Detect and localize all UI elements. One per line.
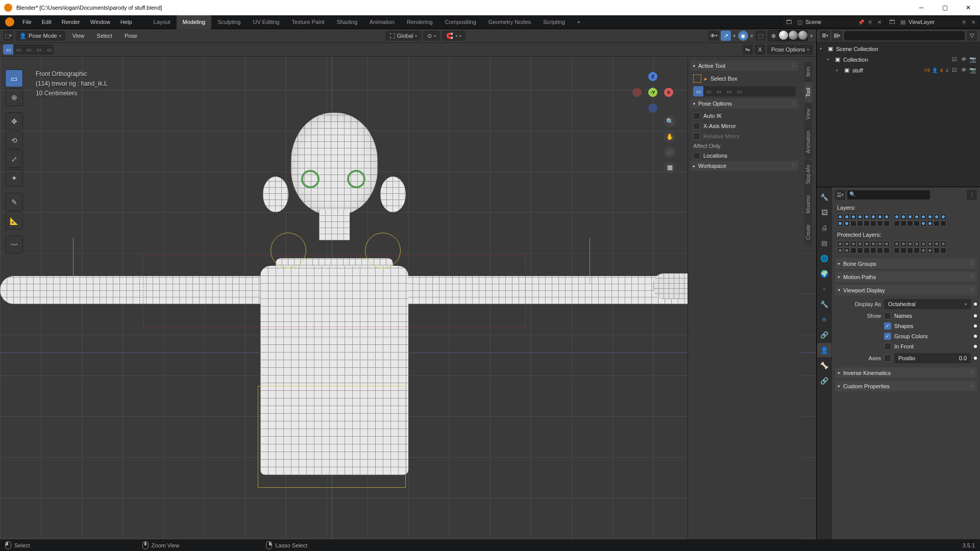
layer-button[interactable] xyxy=(850,220,856,227)
layer-button[interactable] xyxy=(864,247,870,254)
toolpanel-selmode-1[interactable]: ▭ xyxy=(693,86,703,96)
menu-edit[interactable]: Edit xyxy=(37,15,57,29)
gizmo-z-axis[interactable]: Z xyxy=(648,72,657,81)
mode-selector[interactable]: 👤 Pose Mode ▾ xyxy=(15,31,65,41)
layer-button[interactable] xyxy=(927,247,933,254)
layer-button[interactable] xyxy=(857,220,863,227)
layer-button[interactable] xyxy=(850,247,856,254)
toolpanel-selmode-5[interactable]: ▭ xyxy=(734,86,744,96)
panel-motion-paths[interactable]: ▸Motion Paths⠿ xyxy=(835,271,977,282)
gizmo-y-axis[interactable]: -Y xyxy=(648,88,657,97)
viewlayer-browse-icon[interactable]: 🗔 xyxy=(886,19,897,25)
layer-button[interactable] xyxy=(894,247,900,254)
ws-sculpting[interactable]: Sculpting xyxy=(211,15,247,29)
layer-button[interactable] xyxy=(900,214,906,220)
overlay-toggle-icon[interactable]: ◉ xyxy=(738,31,748,41)
ptab-viewlayer[interactable]: ▤ xyxy=(817,236,831,250)
scene-name-input[interactable] xyxy=(805,19,856,25)
snap-selector[interactable]: 🧲▫▾ xyxy=(442,31,465,41)
properties-editor-icon[interactable]: ☰▾ xyxy=(835,190,845,200)
nav-ortho-icon[interactable]: ▦ xyxy=(664,161,676,173)
minimize-button[interactable]: ─ xyxy=(910,0,933,15)
reset-group-colors[interactable] xyxy=(974,335,977,338)
layer-button[interactable] xyxy=(927,214,933,220)
layer-button[interactable] xyxy=(920,247,926,254)
layer-button[interactable] xyxy=(934,241,940,247)
tree-collection[interactable]: ▾ ▣ Collection ☑ 👁 📷 xyxy=(817,54,980,65)
toggle-exclude[interactable]: ☑ xyxy=(950,56,959,63)
check-shapes[interactable]: ✓ xyxy=(884,322,891,330)
layer-button[interactable] xyxy=(920,220,926,227)
layer-button[interactable] xyxy=(844,241,850,247)
panel-workspace[interactable]: ▸Workspace⠿ xyxy=(690,161,799,171)
layer-button[interactable] xyxy=(844,247,850,254)
layer-button[interactable] xyxy=(940,241,946,247)
tool-annotate[interactable]: ✎ xyxy=(5,193,23,211)
maximize-button[interactable]: ▢ xyxy=(933,0,957,15)
scene-new-icon[interactable]: ⎘ xyxy=(866,17,875,27)
properties-options-icon[interactable]: ⋮ xyxy=(967,190,977,200)
layer-button[interactable] xyxy=(914,247,920,254)
layer-button[interactable] xyxy=(857,247,863,254)
check-auto-ik[interactable] xyxy=(693,112,700,119)
layer-button[interactable] xyxy=(870,214,876,220)
layer-button[interactable] xyxy=(877,247,883,254)
ws-rendering[interactable]: Rendering xyxy=(401,15,439,29)
layer-button[interactable] xyxy=(850,241,856,247)
ws-animation[interactable]: Animation xyxy=(363,15,401,29)
check-group-colors[interactable]: ✓ xyxy=(884,333,891,340)
close-button[interactable]: ✕ xyxy=(957,0,980,15)
tool-select-box[interactable]: ▭ xyxy=(5,69,23,87)
gizmo-toggle-icon[interactable]: ↗ xyxy=(721,31,731,41)
nav-pan-icon[interactable]: ✋ xyxy=(664,131,676,143)
nav-camera-icon[interactable]: 🎥 xyxy=(664,146,676,158)
visibility-icon[interactable]: 👁▾ xyxy=(708,31,719,41)
editor-type-icon[interactable]: ⬚▾ xyxy=(3,31,13,41)
ws-texpaint[interactable]: Texture Paint xyxy=(285,15,330,29)
display-as-dropdown[interactable]: Octahedral▾ xyxy=(884,299,971,309)
select-mode-invert-icon[interactable]: ▭ xyxy=(34,44,44,55)
layer-button[interactable] xyxy=(907,220,913,227)
shading-wireframe-icon[interactable]: ⊕ xyxy=(768,31,778,41)
layer-button[interactable] xyxy=(837,220,843,227)
ptab-physics[interactable]: ⚛ xyxy=(817,312,831,327)
orientation-selector[interactable]: ⛶ Global ▾ xyxy=(385,31,422,41)
outliner-filter-icon[interactable]: ▽ xyxy=(967,31,977,41)
layer-button[interactable] xyxy=(857,241,863,247)
ptab-tool[interactable]: 🔧 xyxy=(817,190,831,204)
toggle-exclude[interactable]: ☑ xyxy=(950,67,959,73)
menu-help[interactable]: Help xyxy=(115,15,137,29)
ws-layout[interactable]: Layout xyxy=(148,15,177,29)
shading-solid-icon[interactable] xyxy=(779,31,788,40)
vp-menu-pose[interactable]: Pose xyxy=(119,29,142,43)
row-xmirror[interactable]: X-Axis Mirror xyxy=(690,121,799,131)
layer-button[interactable] xyxy=(877,214,883,220)
layer-button[interactable] xyxy=(920,214,926,220)
axes-position-field[interactable]: Positio0.0 xyxy=(894,353,971,363)
viewlayer-selector[interactable]: 🗔 ▤ ⎘ ✕ xyxy=(886,17,978,27)
layer-button[interactable] xyxy=(870,247,876,254)
reset-display-as[interactable] xyxy=(974,303,977,306)
layer-button[interactable] xyxy=(914,241,920,247)
layer-button[interactable] xyxy=(877,241,883,247)
ptab-bone-constraint[interactable]: 🔗 xyxy=(817,373,831,388)
ws-geonodes[interactable]: Geometry Nodes xyxy=(482,15,537,29)
vp-menu-view[interactable]: View xyxy=(67,29,90,43)
viewlayer-name-input[interactable] xyxy=(909,19,960,25)
layer-button[interactable] xyxy=(900,241,906,247)
layer-button[interactable] xyxy=(837,214,843,220)
ptab-render[interactable]: 🖼 xyxy=(817,205,831,219)
toolpanel-selmode-3[interactable]: ▭ xyxy=(714,86,724,96)
viewlayer-delete-icon[interactable]: ✕ xyxy=(969,17,978,27)
layer-button[interactable] xyxy=(884,247,890,254)
ws-scripting[interactable]: Scripting xyxy=(537,15,571,29)
reset-in-front[interactable] xyxy=(974,345,977,348)
ntab-view[interactable]: View xyxy=(804,104,812,125)
toggle-visible[interactable]: 👁 xyxy=(960,67,968,73)
blender-icon[interactable] xyxy=(5,17,14,27)
tool-cursor[interactable]: ⊕ xyxy=(5,88,23,106)
vp-menu-select[interactable]: Select xyxy=(91,29,117,43)
check-xmirror[interactable] xyxy=(693,122,700,130)
tool-move[interactable]: ✥ xyxy=(5,112,23,130)
layer-button[interactable] xyxy=(884,214,890,220)
